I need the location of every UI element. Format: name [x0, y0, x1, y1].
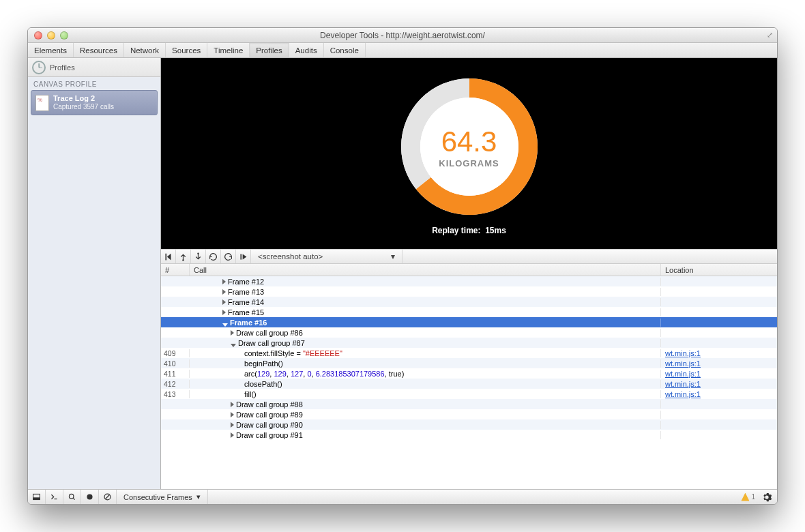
table-row[interactable]: Draw call group #88: [161, 399, 777, 409]
disclosure-triangle-icon[interactable]: [231, 330, 234, 336]
table-row[interactable]: Frame #12: [161, 276, 777, 286]
replay-button[interactable]: [236, 250, 251, 263]
table-row[interactable]: 412closePath()wt.min.js:1: [161, 379, 777, 389]
cell-call: Frame #16: [190, 319, 661, 327]
table-row[interactable]: Draw call group #89: [161, 409, 777, 419]
zoom-icon[interactable]: [60, 31, 68, 40]
table-row[interactable]: Draw call group #91: [161, 430, 777, 440]
svg-point-3: [197, 252, 199, 254]
disclosure-triangle-icon[interactable]: [231, 402, 234, 407]
cell-call: Draw call group #89: [190, 411, 661, 419]
capture-mode-select[interactable]: Consecutive Frames ▾: [117, 490, 208, 504]
table-row[interactable]: 413fill()wt.min.js:1: [161, 389, 777, 399]
cell-call: Frame #12: [190, 278, 661, 286]
console-button[interactable]: [46, 490, 63, 504]
step-in-button[interactable]: [191, 250, 206, 263]
cell-number: 413: [161, 390, 190, 398]
main-split: Profiles CANVAS PROFILE Trace Log 2 Capt…: [28, 58, 777, 489]
expand-icon[interactable]: ⤢: [767, 31, 773, 40]
svg-rect-7: [55, 499, 57, 499]
cell-call: Draw call group #90: [190, 421, 661, 429]
table-row[interactable]: Draw call group #90: [161, 419, 777, 430]
screenshot-select[interactable]: <screenshot auto> ▾: [251, 250, 402, 263]
warning-icon[interactable]: [741, 493, 749, 501]
th-number[interactable]: #: [161, 264, 190, 276]
tab-network[interactable]: Network: [124, 43, 166, 57]
disclosure-triangle-icon[interactable]: [222, 310, 226, 315]
disclosure-triangle-icon[interactable]: [231, 344, 236, 347]
cell-number: 412: [161, 380, 190, 388]
gear-icon[interactable]: [762, 492, 772, 502]
svg-rect-4: [240, 254, 241, 259]
dock-button[interactable]: [28, 490, 46, 504]
prev-draw-button[interactable]: [206, 250, 221, 263]
cell-call: closePath(): [190, 380, 661, 388]
gauge-value: 64.3: [441, 125, 497, 158]
tab-resources[interactable]: Resources: [74, 43, 124, 57]
table-row[interactable]: Frame #14: [161, 297, 777, 307]
cell-call: Draw call group #86: [190, 329, 661, 337]
canvas-preview: 64.3 KILOGRAMS Replay time: 15ms: [161, 58, 777, 249]
th-call[interactable]: Call: [190, 264, 661, 276]
screenshot-select-label: <screenshot auto>: [258, 252, 323, 261]
table-row[interactable]: 409context.fillStyle = "#EEEEEE"wt.min.j…: [161, 348, 777, 358]
svg-point-8: [69, 494, 74, 499]
cell-location[interactable]: wt.min.js:1: [661, 370, 777, 378]
trace-text: Trace Log 2 Captured 3597 calls: [53, 94, 114, 111]
table-row[interactable]: Frame #15: [161, 307, 777, 317]
tab-console[interactable]: Console: [324, 43, 366, 57]
cell-number: 410: [161, 359, 190, 368]
title-bar: Developer Tools - http://weight.aerotwis…: [28, 28, 777, 43]
tab-sources[interactable]: Sources: [166, 43, 207, 57]
table-row[interactable]: 411arc(129, 129, 127, 0, 6.2831853071795…: [161, 368, 777, 379]
cell-location[interactable]: wt.min.js:1: [661, 349, 777, 357]
disclosure-triangle-icon[interactable]: [231, 432, 234, 438]
table-row[interactable]: Draw call group #86: [161, 327, 777, 338]
table-row[interactable]: 410beginPath()wt.min.js:1: [161, 358, 777, 368]
sidebar-item-trace-log[interactable]: Trace Log 2 Captured 3597 calls: [31, 90, 158, 115]
clear-button[interactable]: [99, 490, 117, 504]
cell-call: beginPath(): [190, 359, 661, 368]
record-button[interactable]: [81, 490, 99, 504]
minimize-icon[interactable]: [47, 31, 55, 40]
cell-location[interactable]: wt.min.js:1: [661, 380, 777, 388]
tab-audits[interactable]: Audits: [289, 43, 324, 57]
table-row[interactable]: Frame #13: [161, 286, 777, 297]
tab-profiles[interactable]: Profiles: [250, 43, 289, 57]
tab-elements[interactable]: Elements: [28, 43, 74, 57]
cell-number: 409: [161, 349, 190, 357]
disclosure-triangle-icon[interactable]: [231, 412, 234, 417]
cell-call: Frame #14: [190, 298, 661, 306]
cell-location[interactable]: wt.min.js:1: [661, 359, 777, 368]
trace-subtitle: Captured 3597 calls: [53, 103, 114, 111]
close-icon[interactable]: [34, 31, 42, 40]
right-column: 64.3 KILOGRAMS Replay time: 15ms <screen…: [161, 58, 777, 489]
disclosure-triangle-icon[interactable]: [222, 279, 226, 284]
cell-call: context.fillStyle = "#EEEEEE": [190, 349, 661, 357]
replay-label: Replay time:: [432, 226, 480, 235]
cell-call: arc(129, 129, 127, 0, 6.283185307179586,…: [190, 370, 661, 378]
table-row[interactable]: Draw call group #87: [161, 338, 777, 348]
sidebar-header-label: Profiles: [50, 63, 75, 72]
th-location[interactable]: Location: [661, 264, 777, 276]
disclosure-triangle-icon[interactable]: [222, 289, 226, 295]
disclosure-triangle-icon[interactable]: [222, 323, 228, 327]
sidebar-section-label: CANVAS PROFILE: [28, 77, 160, 90]
tab-timeline[interactable]: Timeline: [207, 43, 250, 57]
capture-mode-label: Consecutive Frames: [123, 493, 192, 501]
sidebar: Profiles CANVAS PROFILE Trace Log 2 Capt…: [28, 58, 161, 489]
table-row[interactable]: Frame #16: [161, 317, 777, 327]
disclosure-triangle-icon[interactable]: [231, 422, 234, 428]
cell-location[interactable]: wt.min.js:1: [661, 390, 777, 398]
traffic-lights: [28, 31, 68, 40]
chevron-down-icon: ▾: [391, 252, 395, 261]
search-button[interactable]: [63, 490, 81, 504]
table-body[interactable]: Frame #12Frame #13Frame #14Frame #15Fram…: [161, 276, 777, 489]
panel-tabs: ElementsResourcesNetworkSourcesTimelineP…: [28, 43, 777, 58]
svg-point-2: [182, 259, 184, 261]
warning-count[interactable]: 1: [751, 493, 755, 501]
first-call-button[interactable]: [161, 250, 176, 263]
next-draw-button[interactable]: [221, 250, 236, 263]
step-out-button[interactable]: [176, 250, 191, 263]
disclosure-triangle-icon[interactable]: [222, 299, 226, 305]
